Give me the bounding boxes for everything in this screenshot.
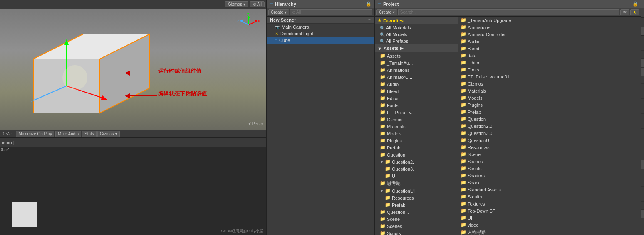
project-right-item[interactable]: 📁AnimatorController bbox=[458, 31, 641, 38]
project-folder-audio[interactable]: 📁 AnimatorC... bbox=[375, 73, 458, 81]
hierarchy-item-directional-light[interactable]: ☀ Directional Light bbox=[267, 30, 374, 37]
project-star-button[interactable]: ★ bbox=[630, 9, 639, 15]
dynamic-occluded-row: Dynamic Occluded bbox=[641, 153, 644, 160]
project-folder-scene[interactable]: 📁 Question... bbox=[375, 208, 458, 215]
project-folder-gizmos[interactable]: 📁 FT_Pulse_v... bbox=[375, 109, 458, 116]
folder-icon: 📁 bbox=[461, 137, 466, 143]
project-folder-question-sub[interactable]: 📁 Prefab bbox=[375, 201, 458, 208]
folder-icon: 📁 bbox=[461, 39, 466, 44]
project-right-item[interactable]: 📁QuestionUI bbox=[458, 137, 641, 144]
project-folder-ui[interactable]: 📁 Question3. bbox=[375, 165, 458, 172]
timeline-canvas: 0.52 CSDN@周周的Unity小屋 bbox=[0, 147, 266, 235]
gizmos-scene-button[interactable]: Gizmos ▾ bbox=[97, 131, 120, 137]
project-folder-resources[interactable]: ▼ 📁 QuestionUI bbox=[375, 187, 458, 194]
project-folder-question3[interactable]: ▼ 📁 Question2. bbox=[375, 158, 458, 165]
project-folder-bleed[interactable]: 📁 Audio bbox=[375, 81, 458, 88]
project-right-item[interactable]: 📁data bbox=[458, 52, 641, 59]
project-right-item[interactable]: 📁Scenes bbox=[458, 158, 641, 165]
hierarchy-create-button[interactable]: Create ▾ bbox=[268, 9, 289, 15]
project-right-item[interactable]: 📁Animations bbox=[458, 24, 641, 31]
project-right-item[interactable]: 📁Prefab bbox=[458, 108, 641, 115]
hierarchy-item-cube[interactable]: □ Cube bbox=[267, 37, 374, 44]
folder-icon: 📁 bbox=[461, 88, 466, 93]
project-folder-models[interactable]: 📁 Materials bbox=[375, 123, 458, 130]
folder-ftpulse-label: Fonts bbox=[387, 103, 399, 108]
project-right-item[interactable]: 📁Scene bbox=[458, 151, 641, 158]
project-folder-terrainau[interactable]: 📁 Assets bbox=[375, 52, 458, 59]
project-folder-plugins[interactable]: 📁 Models bbox=[375, 130, 458, 137]
project-right-item[interactable]: 📁Fonts bbox=[458, 66, 641, 73]
maximize-on-play-button[interactable]: Maximize On Play bbox=[16, 131, 54, 137]
hierarchy-item-main-camera[interactable]: 📷 Main Camera bbox=[267, 24, 374, 30]
gizmos-button[interactable]: Gizmos ▾ bbox=[225, 1, 248, 7]
project-folder-question2[interactable]: 📁 Question bbox=[375, 151, 458, 158]
project-folder-questionui[interactable]: 📁 思考题 bbox=[375, 179, 458, 187]
project-folder-editor[interactable]: 📁 Bleed bbox=[375, 88, 458, 95]
folder-icon: 📁 bbox=[461, 81, 466, 86]
hierarchy-search-input[interactable] bbox=[290, 9, 372, 15]
project-favorites-materials[interactable]: 🔍 All Materials bbox=[375, 24, 458, 31]
svg-marker-19 bbox=[255, 19, 257, 22]
all-layers-button[interactable]: ⊙ All bbox=[250, 1, 265, 7]
light-probes-row: Light Probes bbox=[641, 84, 644, 91]
material-row: Material None (Physic Material) ○ bbox=[641, 187, 644, 194]
project-right-item[interactable]: 📁Question bbox=[458, 115, 641, 122]
project-items-container: 📁_TerrainAutoUpgrade📁Animations📁Animator… bbox=[458, 17, 641, 235]
project-favorites-models[interactable]: 🔍 All Models bbox=[375, 31, 458, 38]
project-search-input[interactable] bbox=[398, 9, 619, 15]
project-right-item[interactable]: 📁Question3.0 bbox=[458, 130, 641, 137]
hierarchy-scene-row[interactable]: New Scene* ≡ bbox=[267, 17, 374, 24]
project-right-item[interactable]: 📁_TerrainAutoUpgrade bbox=[458, 17, 641, 24]
project-right-item[interactable]: 📁FT_Pulse_volume01 bbox=[458, 73, 641, 80]
project-right-item[interactable]: 📁video bbox=[458, 221, 641, 228]
project-folder-shaders[interactable]: 📁 Scripts bbox=[375, 230, 458, 235]
project-create-button[interactable]: Create ▾ bbox=[376, 9, 397, 15]
project-right-item-label: Scene bbox=[468, 152, 481, 157]
folder-icon-2: 📁 bbox=[380, 60, 386, 66]
project-right-item[interactable]: 📁Materials bbox=[458, 87, 641, 94]
project-right-item[interactable]: 📁Shaders bbox=[458, 172, 641, 179]
mute-audio-button[interactable]: Mute Audio bbox=[55, 131, 81, 137]
project-folder-fonts[interactable]: 📁 Editor bbox=[375, 95, 458, 102]
folder-icon-15: 📁 bbox=[380, 152, 386, 157]
timeline-cursor bbox=[21, 147, 21, 235]
project-right-item[interactable]: 📁Resources bbox=[458, 144, 641, 151]
project-right-item[interactable]: 📁Standard Assets bbox=[458, 186, 641, 193]
project-right-item[interactable]: 📁Plugins bbox=[458, 101, 641, 108]
inspector-panel-wrapper: ℹ Inspector 🔒 Cube Static ▾ Tag Untagge bbox=[641, 0, 644, 235]
project-folder-question[interactable]: 📁 Prefab bbox=[375, 144, 458, 151]
project-favorites-prefabs[interactable]: 🔍 All Prefabs bbox=[375, 38, 458, 44]
project-folder-scripts[interactable]: 📁 Scenes bbox=[375, 223, 458, 230]
folder-ui-label: Question3. bbox=[392, 166, 414, 171]
folder-thinking-label: UI bbox=[392, 174, 396, 179]
assets-section-header: ▼ Assets ▶ bbox=[375, 44, 458, 52]
project-folder-thinking[interactable]: 📁 UI bbox=[375, 172, 458, 179]
project-folder-animations[interactable]: 📁 _TerrainAu... bbox=[375, 59, 458, 66]
project-folder-scenes[interactable]: 📁 Scene bbox=[375, 215, 458, 223]
project-right-item[interactable]: 📁Scripts bbox=[458, 165, 641, 172]
project-right-item[interactable]: 📁Stealth bbox=[458, 193, 641, 200]
project-right-item[interactable]: 📁Audio bbox=[458, 38, 641, 45]
project-right-item[interactable]: 📁Gizmos bbox=[458, 80, 641, 87]
project-right-item-label: Question2.0 bbox=[468, 124, 492, 129]
inspector-name-row: Cube Static ▾ bbox=[641, 8, 644, 18]
project-right-item[interactable]: 📁Spark bbox=[458, 179, 641, 186]
project-right-item[interactable]: 📁Bleed bbox=[458, 45, 641, 52]
project-right-item[interactable]: 📁Editor bbox=[458, 59, 641, 66]
project-folder-prefab[interactable]: 📁 Plugins bbox=[375, 137, 458, 144]
stats-button[interactable]: Stats bbox=[82, 131, 97, 137]
project-right-item[interactable]: 📁Models bbox=[458, 94, 641, 101]
project-eye-button[interactable]: 👁 bbox=[620, 9, 629, 15]
project-folder-prefab2[interactable]: 📁 Resources bbox=[375, 194, 458, 201]
scene-canvas: x y z < Persp 运行时赋值组件值 编辑状态下粘贴该值 bbox=[0, 9, 266, 130]
project-folder-animatorc[interactable]: 📁 Animations bbox=[375, 66, 458, 73]
project-right-item[interactable]: 📁人物寻路 bbox=[458, 228, 641, 235]
favorites-prefabs-label: All Prefabs bbox=[386, 39, 408, 44]
project-right-item[interactable]: 📁Top-Down SF bbox=[458, 207, 641, 214]
project-right-item[interactable]: 📁Question2.0 bbox=[458, 122, 641, 130]
project-right-item[interactable]: 📁UI bbox=[458, 214, 641, 221]
project-folder-materials[interactable]: 📁 Gizmos bbox=[375, 116, 458, 123]
mini-cube bbox=[12, 202, 37, 227]
project-right-item[interactable]: 📁Textures bbox=[458, 200, 641, 207]
project-folder-ftpulse[interactable]: 📁 Fonts bbox=[375, 102, 458, 109]
